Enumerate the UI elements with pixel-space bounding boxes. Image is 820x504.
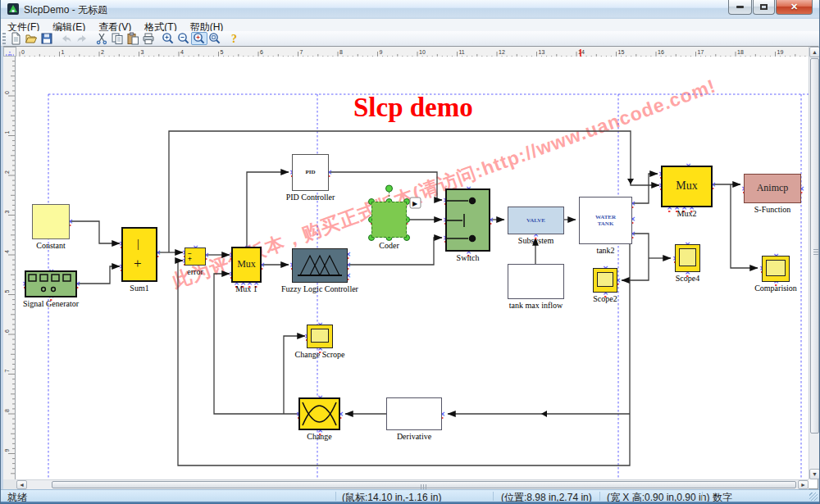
block-scope4[interactable]	[675, 244, 700, 272]
application-window: SlcpDemo - 无标题 ✕ 文件(F)编辑(E)查看(V)格式(T)帮助(…	[0, 0, 820, 504]
svg-text:5: 5	[221, 49, 224, 55]
toolbar: ?	[1, 31, 819, 47]
redo-icon	[74, 32, 90, 45]
block-text: Animcp	[757, 183, 789, 194]
svg-text:7: 7	[300, 49, 303, 55]
svg-text:11: 11	[459, 49, 465, 55]
block-tank-max-inflow[interactable]	[508, 264, 564, 299]
block-derivative[interactable]	[386, 397, 442, 430]
block-constant[interactable]	[32, 204, 70, 239]
cut-icon[interactable]	[93, 32, 110, 45]
block-switch[interactable]	[445, 188, 490, 252]
vertical-ruler: 0123456789	[3, 57, 16, 479]
svg-text:9: 9	[380, 49, 383, 55]
status-separator	[599, 492, 600, 501]
svg-text:15: 15	[618, 49, 625, 55]
svg-text:18: 18	[737, 49, 744, 55]
block-text: Mux	[676, 179, 697, 193]
scroll-left-button[interactable]: ◄	[16, 480, 27, 489]
zoom-all-icon[interactable]	[207, 32, 223, 45]
zoom-in-icon[interactable]	[160, 32, 176, 45]
svg-text:10: 10	[419, 49, 426, 55]
block-comparision[interactable]	[762, 256, 790, 282]
svg-text:2: 2	[4, 170, 10, 174]
vertical-scrollbar[interactable]: ▲ ▼	[809, 47, 819, 479]
scroll-down-button[interactable]: ▼	[809, 469, 820, 479]
switch-glyph	[447, 190, 489, 250]
svg-text:13: 13	[539, 49, 545, 55]
horizontal-scroll-thumb[interactable]	[52, 481, 796, 488]
svg-text:12: 12	[499, 49, 505, 55]
svg-text:3: 3	[4, 211, 10, 214]
block-tank2[interactable]: WATER TANK	[579, 197, 632, 244]
open-icon[interactable]	[23, 32, 39, 45]
block-coder[interactable]	[371, 202, 407, 238]
vertical-scroll-thumb[interactable]	[810, 58, 819, 434]
scroll-up-button[interactable]: ▲	[809, 47, 820, 57]
block-fuzzy-logic-controller[interactable]	[292, 248, 348, 283]
app-icon	[7, 2, 20, 16]
block-text: VALVE	[526, 217, 545, 224]
svg-text:5: 5	[4, 290, 10, 293]
toolbar-grip	[2, 33, 6, 44]
horizontal-scrollbar[interactable]: ◄ ►	[16, 479, 809, 489]
scope-screen	[766, 260, 786, 276]
svg-text:0: 0	[4, 91, 10, 94]
title-bar: SlcpDemo - 无标题 ✕	[1, 0, 819, 20]
help-icon[interactable]: ?	[226, 32, 243, 45]
block-subsystem[interactable]: VALVE	[508, 207, 564, 234]
window-title: SlcpDemo - 无标题	[24, 3, 107, 17]
svg-text:0: 0	[21, 49, 25, 55]
block-scope2[interactable]	[593, 268, 617, 293]
new-icon[interactable]	[7, 32, 24, 45]
svg-text:8: 8	[339, 49, 343, 55]
svg-text:3: 3	[141, 49, 144, 55]
status-separator	[493, 492, 494, 501]
svg-text:7: 7	[4, 370, 10, 373]
svg-text:9: 9	[4, 449, 10, 452]
svg-text:2: 2	[101, 49, 104, 55]
save-icon[interactable]	[39, 32, 55, 45]
svg-text:17: 17	[698, 49, 704, 55]
svg-text:6: 6	[4, 329, 10, 333]
block-change[interactable]	[298, 397, 340, 430]
signal-generator-glyph	[26, 272, 75, 296]
status-bar: 就绪 (鼠标:14.10 in,-1.16 in) (位置:8.98 in,2.…	[1, 489, 819, 502]
maximize-button[interactable]	[753, 0, 775, 15]
block-signal-generator[interactable]	[25, 270, 77, 297]
block-mux1[interactable]: Mux	[231, 247, 262, 283]
block-text: Mux	[237, 259, 256, 270]
maximize-icon	[760, 4, 768, 10]
block-error[interactable]: −+	[184, 247, 206, 266]
paste-icon[interactable]	[125, 32, 141, 45]
status-separator	[702, 492, 703, 501]
block-pid-controller[interactable]: PID	[292, 154, 329, 191]
menu-bar: 文件(F)编辑(E)查看(V)格式(T)帮助(H)	[1, 19, 819, 32]
zoom-out-icon[interactable]	[175, 32, 192, 45]
svg-text:4: 4	[180, 49, 184, 55]
block-sum1[interactable]: |+	[121, 227, 157, 282]
ruler-corner	[3, 47, 16, 57]
close-button[interactable]: ✕	[776, 0, 813, 15]
print-icon[interactable]	[140, 32, 157, 45]
svg-text:4: 4	[4, 250, 10, 253]
scope-screen	[597, 272, 613, 287]
block-text: PID	[305, 169, 315, 175]
resize-grip[interactable]	[809, 493, 818, 501]
copy-icon[interactable]	[109, 32, 125, 45]
svg-text:1: 1	[4, 131, 10, 134]
minimize-button[interactable]	[728, 0, 752, 15]
window-controls: ✕	[727, 0, 813, 15]
block-animcp[interactable]: Animcp	[744, 174, 801, 203]
minimize-icon	[736, 6, 744, 8]
block-change-scrope[interactable]	[307, 325, 333, 348]
zoom-region-icon[interactable]	[191, 32, 207, 45]
undo-icon	[58, 32, 75, 45]
block-text: WATER TANK	[590, 214, 622, 227]
scroll-corner-fill	[3, 479, 16, 489]
block-mux2[interactable]: Mux	[661, 166, 713, 207]
status-separator	[335, 492, 336, 501]
close-icon: ✕	[790, 2, 798, 12]
svg-text:8: 8	[4, 409, 10, 412]
scroll-right-button[interactable]: ►	[798, 480, 809, 489]
